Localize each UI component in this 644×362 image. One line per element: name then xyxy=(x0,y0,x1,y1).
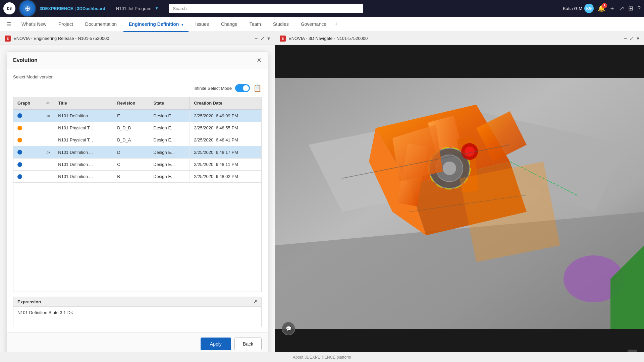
notifications[interactable]: 🔔 3 xyxy=(598,5,605,12)
nav-add-icon[interactable]: + xyxy=(334,21,338,28)
search-bar[interactable] xyxy=(169,4,363,13)
nav-issues[interactable]: Issues xyxy=(190,17,214,32)
table-row[interactable]: ∞ N101 Definition ... E Design E... 2/25… xyxy=(13,109,261,122)
help-icon[interactable]: ? xyxy=(637,5,641,12)
table-row[interactable]: ∞ N101 Definition ... D Design E... 2/25… xyxy=(13,146,261,159)
inf-cell xyxy=(42,159,54,171)
topbar: DS ⊕ 3DEXPERIENCE | 3DDashboard N101 Jet… xyxy=(0,0,644,17)
graph-dot xyxy=(17,150,22,155)
right-panel: E ENOVIA - 3D Navigate - N101-57520000 −… xyxy=(275,32,644,362)
hamburger-menu[interactable]: ☰ xyxy=(7,21,11,27)
toggle-slider xyxy=(235,84,250,92)
table-row[interactable]: N101 Definition ... B Design E... 2/25/2… xyxy=(13,171,261,183)
expression-expand-icon[interactable]: ⤢ xyxy=(253,299,257,304)
nav-governance[interactable]: Governance xyxy=(296,17,332,32)
minimize-button[interactable]: − xyxy=(255,36,258,42)
title-cell: N101 Physical T... xyxy=(54,122,113,134)
col-creation-date: Creation Date xyxy=(190,97,261,109)
expression-header: Expression ⤢ xyxy=(13,297,261,307)
right-panel-title: E ENOVIA - 3D Navigate - N101-57520000 xyxy=(280,36,368,42)
nav-documentation[interactable]: Documentation xyxy=(80,17,122,32)
expression-value: N101 Definition State 3.1-D< xyxy=(17,310,73,315)
compass-button[interactable]: ⊕ xyxy=(19,0,36,17)
dialog-footer: Apply Back xyxy=(7,333,268,355)
nav-engineering-definition[interactable]: Engineering Definition ▾ xyxy=(123,17,189,32)
nav-studies[interactable]: Studies xyxy=(268,17,294,32)
infinite-mode-toggle[interactable] xyxy=(235,84,250,92)
viewer-chat-button[interactable]: 💬 xyxy=(282,322,295,335)
search-input[interactable] xyxy=(169,4,363,13)
apply-button[interactable]: Apply xyxy=(201,338,231,350)
inf-cell xyxy=(42,122,54,134)
left-panel-header: E ENOVIA - Engineering Release - N101-57… xyxy=(0,32,275,45)
right-maximize-button[interactable]: ⤢ xyxy=(630,35,634,42)
expression-label: Expression xyxy=(17,299,41,304)
graph-dot xyxy=(17,162,22,167)
col-revision: Revision xyxy=(113,97,149,109)
state-cell: Design E... xyxy=(149,146,190,159)
table-row[interactable]: N101 Physical T... B_D_A Design E... 2/2… xyxy=(13,134,261,146)
share-icon[interactable]: ↗ xyxy=(619,5,624,12)
table-row[interactable]: N101 Definition ... C Design E... 2/25/2… xyxy=(13,159,261,171)
title-cell: N101 Physical T... xyxy=(54,134,113,146)
table-row[interactable]: N101 Physical T... B_D_B Design E... 2/2… xyxy=(13,122,261,134)
title-cell: N101 Definition ... xyxy=(54,159,113,171)
revision-cell: D xyxy=(113,146,149,159)
status-text: About 3DEXPERIENCE platform xyxy=(293,355,351,360)
svg-marker-18 xyxy=(460,162,560,262)
right-menu-button[interactable]: ▾ xyxy=(637,35,639,42)
inf-cell: ∞ xyxy=(42,146,54,159)
date-cell: 2/25/2020, 6:49:09 PM xyxy=(190,109,261,122)
dialog-close-button[interactable]: ✕ xyxy=(257,57,262,64)
svg-point-17 xyxy=(465,146,475,157)
nav-change[interactable]: Change xyxy=(216,17,243,32)
nav-whats-new[interactable]: What's New xyxy=(16,17,52,32)
state-cell: Design E... xyxy=(149,134,190,146)
book-icon[interactable]: 📋 xyxy=(253,84,262,92)
panel-menu-button[interactable]: ▾ xyxy=(267,35,270,42)
revision-cell: B_D_A xyxy=(113,134,149,146)
table-body: ∞ N101 Definition ... E Design E... 2/25… xyxy=(13,109,261,183)
inf-cell xyxy=(42,171,54,183)
expression-section: Expression ⤢ N101 Definition State 3.1-D… xyxy=(13,297,262,327)
notif-count: 3 xyxy=(602,3,607,8)
graph-dot xyxy=(17,138,22,142)
left-panel-title: E ENOVIA - Engineering Release - N101-57… xyxy=(5,36,109,42)
table-scroll-area[interactable]: Graph ∞ Title Revision State Creation Da… xyxy=(13,97,261,292)
ds-logo[interactable]: DS xyxy=(3,2,15,14)
evolution-table: Graph ∞ Title Revision State Creation Da… xyxy=(13,97,261,183)
right-minimize-button[interactable]: − xyxy=(624,36,627,42)
infinite-mode-label: Infinite Select Mode xyxy=(194,86,232,91)
col-state: State xyxy=(149,97,190,109)
revision-cell: B_D_B xyxy=(113,122,149,134)
nav-project[interactable]: Project xyxy=(53,17,78,32)
title-cell: N101 Definition ... xyxy=(54,146,113,159)
chat-icon: 💬 xyxy=(286,326,291,331)
user-name: Katia GIM xyxy=(563,6,582,11)
statusbar: About 3DEXPERIENCE platform xyxy=(0,352,644,362)
select-model-label: Select Model version xyxy=(13,74,262,79)
back-button[interactable]: Back xyxy=(234,338,262,350)
infinity-icon: ∞ xyxy=(46,149,50,155)
revision-cell: C xyxy=(113,159,149,171)
date-cell: 2/25/2020, 6:48:41 PM xyxy=(190,134,261,146)
program-dropdown[interactable]: ▼ xyxy=(155,6,159,11)
maximize-button[interactable]: ⤢ xyxy=(260,35,265,42)
graph-cell xyxy=(13,159,42,171)
col-inf: ∞ xyxy=(42,97,54,109)
viewer-area[interactable]: 💬 ⌃ xyxy=(275,45,644,362)
add-icon[interactable]: ＋ xyxy=(609,4,615,12)
brand-label: 3DEXPERIENCE | 3DDashboard xyxy=(40,6,105,11)
avatar: KG xyxy=(584,4,594,13)
topbar-actions: Katia GIM KG 🔔 3 ＋ ↗ ⊞ ? xyxy=(563,4,641,13)
nav-team[interactable]: Team xyxy=(244,17,266,32)
graph-cell xyxy=(13,134,42,146)
apps-icon[interactable]: ⊞ xyxy=(628,5,633,12)
col-graph: Graph xyxy=(13,97,42,109)
revision-cell: E xyxy=(113,109,149,122)
state-cell: Design E... xyxy=(149,122,190,134)
date-cell: 2/25/2020, 6:48:17 PM xyxy=(190,146,261,159)
navbar: ☰ What's New Project Documentation Engin… xyxy=(0,17,644,32)
left-panel: E ENOVIA - Engineering Release - N101-57… xyxy=(0,32,275,362)
dialog-titlebar: Evolution ✕ xyxy=(7,52,268,69)
